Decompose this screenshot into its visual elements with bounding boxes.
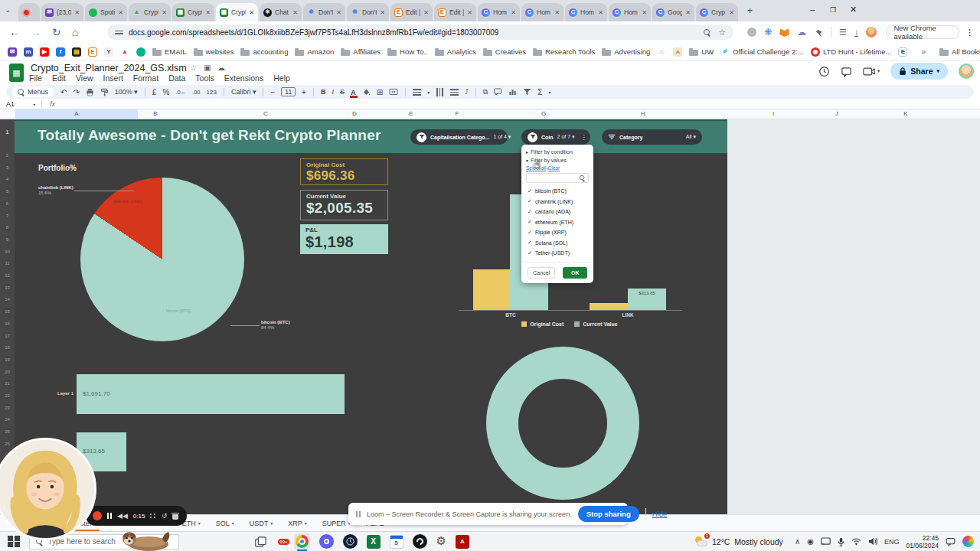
text-wrap-icon[interactable]: [450, 89, 459, 96]
tab-close-icon[interactable]: ✕: [554, 9, 560, 16]
menu-file[interactable]: File: [29, 73, 42, 83]
tray-wifi-icon[interactable]: [851, 537, 861, 546]
restart-icon[interactable]: ↺: [162, 512, 168, 520]
tab-close-icon[interactable]: ✕: [511, 9, 516, 16]
move-folder-icon[interactable]: ▣: [204, 64, 211, 72]
star-document-icon[interactable]: ☆: [190, 64, 197, 72]
url-text[interactable]: docs.google.com/spreadsheets/d/1GLOIk8xi…: [129, 28, 498, 37]
start-button[interactable]: [8, 536, 20, 548]
sheet-tab-menu-icon[interactable]: ▾: [305, 520, 307, 526]
bookmark-item[interactable]: E: [898, 47, 907, 57]
print-icon[interactable]: [86, 88, 94, 96]
address-bar[interactable]: docs.google.com/spreadsheets/d/1GLOIk8xi…: [107, 24, 733, 40]
filter-checkbox-item[interactable]: ✓ethereum (ETH): [521, 217, 593, 228]
tab-close-icon[interactable]: ✕: [74, 9, 80, 16]
weather-widget[interactable]: 1 12°C Mostly cloudy: [694, 536, 783, 548]
paint-format-icon[interactable]: [100, 88, 109, 96]
sheet-tab-menu-icon[interactable]: ▾: [198, 520, 201, 526]
bookmark-item[interactable]: ✉: [8, 47, 17, 57]
version-history-icon[interactable]: [818, 66, 830, 77]
forward-icon[interactable]: →: [31, 26, 41, 38]
cancel-button[interactable]: Cancel: [528, 267, 555, 279]
profile-avatar-icon[interactable]: [866, 27, 877, 37]
bookmark-item[interactable]: m: [24, 47, 33, 57]
tab-close-icon[interactable]: ✕: [336, 9, 341, 16]
menu-view[interactable]: View: [76, 73, 93, 83]
portfolio-pie[interactable]: [80, 178, 244, 341]
tray-cast-icon[interactable]: [821, 537, 831, 546]
tab-close-icon[interactable]: ✕: [467, 9, 472, 16]
row-header-16[interactable]: 16: [0, 321, 15, 326]
column-header-K[interactable]: K: [903, 110, 907, 117]
column-header-C[interactable]: C: [263, 110, 268, 117]
site-settings-icon[interactable]: [115, 31, 123, 34]
row-header-7[interactable]: 7: [0, 214, 15, 218]
clock-app-icon[interactable]: [343, 534, 358, 549]
text-rotation-icon[interactable]: ⤴: [465, 88, 469, 96]
obs-app-icon[interactable]: [413, 534, 427, 549]
tab-close-icon[interactable]: ✕: [205, 9, 211, 16]
row-header-18[interactable]: 18: [0, 345, 15, 350]
extension-disabled-icon[interactable]: [747, 28, 756, 37]
column-header-F[interactable]: F: [456, 110, 459, 117]
row-header-17[interactable]: 17: [0, 334, 15, 338]
tab-search-chevron-icon[interactable]: ⌄: [5, 5, 11, 14]
row-header-3[interactable]: 3: [0, 165, 15, 170]
filter-pill-capitalisation[interactable]: Capitalisation Catego... 1 of 4 ▾: [410, 129, 508, 145]
row-header-14[interactable]: 14: [0, 297, 15, 302]
column-header-B[interactable]: B: [153, 110, 157, 117]
menu-tools[interactable]: Tools: [195, 73, 214, 83]
bookmark-folder[interactable]: Creatives: [483, 47, 526, 56]
menu-edit[interactable]: Edit: [52, 73, 66, 83]
row-header-22[interactable]: 22: [0, 393, 15, 398]
filter-value[interactable]: 2 of 7 ▾: [557, 134, 575, 140]
bookmark-item[interactable]: ✐Official Challenge 2:...: [720, 47, 804, 57]
menus-search-button[interactable]: Menus: [12, 86, 54, 97]
row-header-9[interactable]: 9: [0, 237, 15, 242]
bookmark-item[interactable]: ▲: [120, 47, 129, 57]
calendar-app-icon[interactable]: 5: [390, 535, 403, 549]
number-format-icon[interactable]: 123: [207, 89, 217, 96]
bookmark-item[interactable]: ◉LTD Hunt - Lifetime...: [811, 47, 892, 57]
vertical-align-icon[interactable]: [436, 88, 443, 96]
downloads-icon[interactable]: ↓: [854, 28, 859, 37]
name-box[interactable]: A1 ▾: [0, 100, 41, 108]
metamask-icon[interactable]: [779, 28, 789, 37]
loom-app-icon[interactable]: [319, 534, 334, 549]
row-header-25[interactable]: 25: [0, 429, 15, 434]
refresh-icon[interactable]: ↻: [52, 26, 61, 38]
bookmark-folder[interactable]: accounting: [240, 47, 288, 56]
meet-camera-icon[interactable]: ▾: [863, 67, 880, 77]
chrome-menu-icon[interactable]: ⋮: [965, 28, 974, 37]
extensions-puzzle-icon[interactable]: [814, 28, 823, 37]
font-select[interactable]: Calibri ▾: [231, 88, 256, 96]
sheet-tab-xrp[interactable]: XRP▾: [282, 515, 313, 532]
notifications-icon[interactable]: [946, 537, 956, 546]
menu-help[interactable]: Help: [273, 73, 290, 83]
browser-tab[interactable]: ✳Chat✕: [260, 3, 302, 21]
increase-font-icon[interactable]: +: [302, 88, 306, 96]
row-header-24[interactable]: 24: [0, 417, 15, 422]
sheet-tab-menu-icon[interactable]: ▾: [232, 520, 234, 526]
formula-input[interactable]: fx: [41, 99, 980, 109]
row-header-20[interactable]: 20: [0, 370, 15, 374]
strikethrough-icon[interactable]: S: [340, 88, 345, 96]
settings-app-icon[interactable]: ⚙: [436, 536, 446, 547]
bookmark-item[interactable]: E: [88, 47, 97, 57]
column-header-E[interactable]: E: [409, 110, 413, 117]
tab-close-icon[interactable]: ✕: [642, 9, 647, 16]
filter-value[interactable]: 1 of 4 ▾: [493, 134, 511, 140]
bookmark-folder[interactable]: How To..: [387, 47, 428, 56]
column-header-D[interactable]: D: [352, 110, 357, 117]
filter-checkbox-item[interactable]: ✓Ripple (XRP): [521, 227, 593, 238]
window-close-button[interactable]: ✕: [850, 5, 857, 15]
new-tab-button[interactable]: +: [747, 5, 753, 16]
excel-app-icon[interactable]: X: [367, 535, 381, 549]
tab-close-icon[interactable]: ✕: [292, 9, 298, 16]
back-icon[interactable]: ←: [9, 26, 20, 38]
bookmark-item[interactable]: [136, 47, 145, 57]
acrobat-app-icon[interactable]: A: [456, 535, 469, 549]
pause-icon[interactable]: [107, 513, 112, 519]
reading-list-icon[interactable]: ☰: [839, 28, 847, 37]
merge-cells-icon[interactable]: [389, 88, 398, 96]
